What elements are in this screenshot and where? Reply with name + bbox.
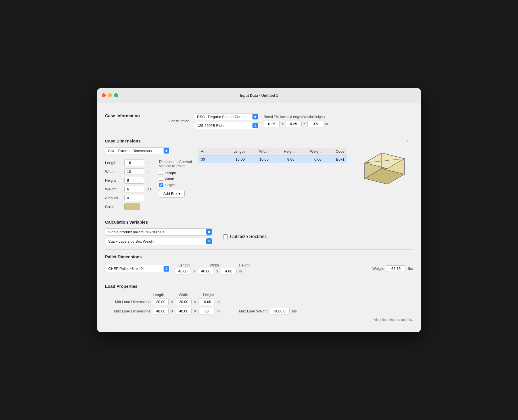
load-length-header: Length (151, 293, 166, 297)
dim-type-select[interactable]: Box - External Dimensions (105, 147, 170, 154)
dim-type-selector: Box - External Dimensions (105, 147, 192, 154)
board-thickness-group: Board Thickness (LengthxWidthxHeight) X … (264, 115, 328, 127)
max-length-input[interactable] (153, 308, 169, 314)
amount-field-row: Amount (105, 195, 153, 201)
pallet-height-label: Height (236, 263, 252, 267)
chevron-right-icon: › (407, 138, 408, 143)
min-width-input[interactable] (176, 299, 192, 305)
box-table: Am... Length Width Height Weight Code 00 (198, 147, 348, 163)
case-dimensions-header-row: Case Dimensions › (105, 138, 413, 143)
weight-field-row: Weight lbs (105, 186, 153, 192)
optimize-row: Optimize Sections (223, 234, 267, 239)
thickness-width-input[interactable] (286, 121, 302, 127)
weight-input[interactable] (124, 186, 144, 192)
app-window: Input Data - Untitled 1 Case Information… (97, 88, 421, 332)
width-field-row: Width in (105, 168, 153, 175)
height-checkbox-row: Height (159, 183, 192, 187)
stack-select[interactable]: Stack Layers by Box Weight (105, 238, 213, 245)
add-box-button[interactable]: Add Box ▾ (159, 190, 185, 198)
length-checkbox-label: Length (165, 171, 176, 175)
max-weight-label: Max Load Weight (239, 309, 268, 313)
table-header-weight: Weight (297, 147, 324, 155)
case-dimensions-content: Box - External Dimensions Length in (105, 147, 413, 210)
table-header-height: Height (271, 147, 297, 155)
table-header-code: Code (324, 147, 348, 155)
pallet-width-input[interactable] (198, 268, 214, 274)
pallet-dimensions-section: Pallet Dimensions CHEP Pallet 48inx40in … (105, 250, 413, 279)
close-button[interactable] (102, 93, 106, 97)
optimize-label: Optimize Sections (230, 234, 267, 239)
height-unit: in (147, 178, 153, 182)
pallet-unit: in (239, 269, 242, 273)
table-cell-amount: 00 (198, 155, 221, 163)
pallet-dim-inputs: X X in (175, 268, 252, 274)
optimize-checkbox[interactable] (223, 234, 228, 239)
min-load-row: Min Load Dimensions X X in (105, 299, 413, 305)
pallet-sep-2: X (216, 269, 219, 273)
case-dimensions-section: Case Dimensions › Box - External Dimensi… (105, 134, 413, 215)
min-sep-2: X (194, 300, 197, 304)
maximize-button[interactable] (114, 93, 118, 97)
max-sep-2: X (194, 309, 197, 313)
case-dims-left-panel: Box - External Dimensions Length in (105, 147, 192, 210)
max-weight-input[interactable] (270, 308, 290, 314)
pallet-type-select-container: Single product pallets. Mix surplus (105, 228, 213, 236)
load-width-header: Width (176, 293, 191, 297)
dim-fields: Length in Width in Height (105, 159, 153, 210)
pallet-height-input[interactable] (221, 268, 237, 274)
box-table-wrapper: Am... Length Width Height Weight Code 00 (198, 147, 348, 163)
box-3d-visualization (356, 147, 413, 193)
table-header-width: Width (248, 147, 271, 155)
table-cell-width: 10.00 (248, 155, 271, 163)
length-checkbox[interactable] (159, 171, 163, 175)
minimize-button[interactable] (108, 93, 112, 97)
pallet-select[interactable]: CHEP Pallet 48inx40in (105, 265, 170, 272)
min-length-input[interactable] (153, 299, 169, 305)
pallet-dims-group: Length Width Height X X in (175, 263, 252, 274)
flute-select[interactable]: 125-250#B Flute (194, 122, 259, 129)
pallet-type-select[interactable]: Single product pallets. Mix surplus (105, 228, 213, 236)
width-checkbox-row: Width (159, 177, 192, 181)
amount-label: Amount (105, 196, 122, 200)
min-load-label: Min Load Dimensions (105, 300, 151, 304)
height-checkbox[interactable] (159, 183, 163, 187)
length-input[interactable] (124, 159, 144, 166)
load-height-header: Height (200, 293, 216, 297)
case-information-section: Case Information Construction RSC - Regu… (105, 109, 413, 134)
pallet-weight-input[interactable] (386, 265, 406, 272)
pallet-weight-group: Weight lbs (372, 265, 413, 272)
width-input[interactable] (124, 168, 144, 175)
pallet-dim-labels: Length Width Height (176, 263, 252, 267)
pallet-length-input[interactable] (175, 268, 191, 274)
construction-select[interactable]: RSC - Regular Slotted Con... (194, 113, 259, 120)
max-height-input[interactable] (199, 308, 214, 314)
amount-input[interactable] (124, 195, 144, 201)
min-sep-1: X (171, 300, 174, 304)
case-dimensions-header: Case Dimensions (105, 138, 141, 143)
load-properties-content: Length Width Height Min Load Dimensions … (105, 293, 413, 314)
main-content: Case Information Construction RSC - Regu… (97, 103, 421, 332)
weight-label: Weight (105, 187, 122, 191)
calculation-variables-section: Calculation Variables Single product pal… (105, 215, 413, 250)
max-width-input[interactable] (176, 308, 192, 314)
min-height-input[interactable] (199, 299, 214, 305)
thickness-length-input[interactable] (264, 121, 280, 127)
max-weight-unit: lbs (292, 309, 297, 313)
thickness-sep-2: X (303, 122, 306, 126)
height-checkbox-label: Height (165, 183, 176, 187)
stack-select-container: Stack Layers by Box Weight (105, 238, 213, 245)
color-swatch[interactable] (124, 203, 140, 210)
height-input[interactable] (124, 177, 144, 184)
pallet-dimensions-header: Pallet Dimensions (105, 254, 413, 259)
table-row[interactable]: 00 16.00 10.00 8.00 6.00 Box1 (198, 155, 348, 163)
titlebar: Input Data - Untitled 1 (97, 88, 421, 103)
color-field-row: Color (105, 203, 153, 210)
width-checkbox[interactable] (159, 177, 163, 181)
load-properties-section: Load Properties Length Width Height Min … (105, 279, 413, 326)
pallet-section-inner: CHEP Pallet 48inx40in Length Width Heigh… (105, 263, 413, 274)
table-header-length: Length (221, 147, 247, 155)
pallet-weight-unit: lbs (408, 266, 413, 271)
vertical-checkbox-group: Dimensions AllowedVertical to Pallet Len… (159, 159, 192, 210)
width-label: Width (105, 169, 122, 174)
thickness-height-input[interactable] (307, 121, 323, 127)
